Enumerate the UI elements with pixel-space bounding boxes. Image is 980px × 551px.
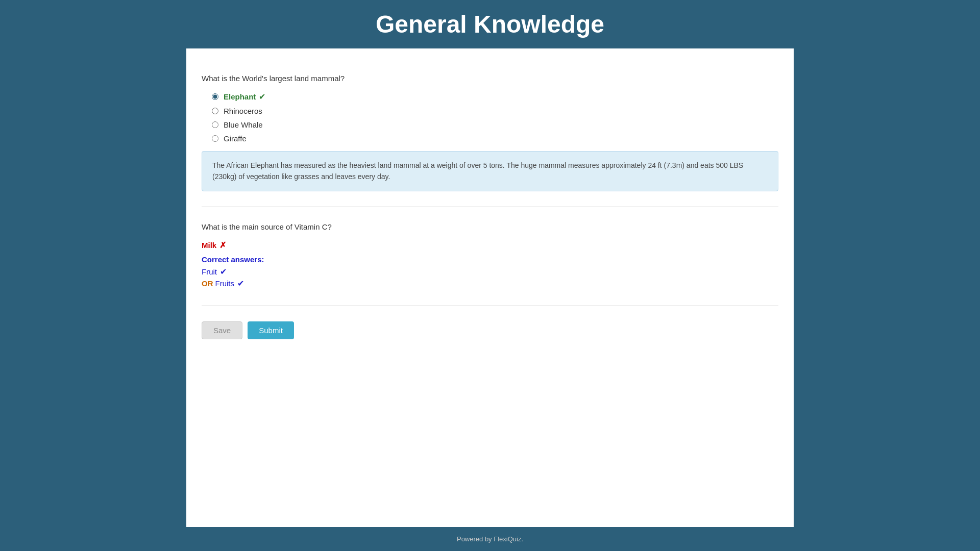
correct-answer-fruit: Fruit ✔: [202, 267, 778, 277]
question-1-explanation: The African Elephant has measured as the…: [202, 151, 778, 191]
page-footer: Powered by FlexiQuiz.: [0, 527, 980, 551]
page-title: General Knowledge: [0, 10, 980, 38]
divider-2: [202, 306, 778, 306]
label-bluewhale: Blue Whale: [224, 120, 263, 129]
option-bluewhale: Blue Whale: [212, 120, 778, 129]
radio-rhinoceros[interactable]: [212, 108, 218, 114]
question-2-text: What is the main source of Vitamin C?: [202, 222, 778, 231]
label-rhinoceros: Rhinoceros: [224, 107, 262, 115]
question-1-block: What is the World's largest land mammal?…: [202, 64, 778, 202]
option-giraffe: Giraffe: [212, 134, 778, 143]
x-icon: ✗: [219, 240, 226, 250]
radio-elephant[interactable]: [212, 93, 218, 100]
question-1-text: What is the World's largest land mammal?: [202, 74, 778, 83]
radio-giraffe[interactable]: [212, 135, 218, 142]
check-fruits: ✔: [237, 279, 244, 288]
question-2-block: What is the main source of Vitamin C? Mi…: [202, 212, 778, 300]
radio-bluewhale[interactable]: [212, 121, 218, 128]
label-giraffe: Giraffe: [224, 134, 247, 143]
page-header: General Knowledge: [0, 0, 980, 48]
submit-button[interactable]: Submit: [248, 321, 294, 339]
correct-answer-fruits: OR Fruits ✔: [202, 279, 778, 288]
or-label: OR: [202, 279, 213, 288]
user-answer-label: Milk: [202, 241, 216, 249]
action-buttons: Save Submit: [202, 311, 778, 339]
option-elephant: Elephant ✔: [212, 92, 778, 102]
correct-answer-fruits-label: Fruits: [215, 279, 235, 288]
check-elephant: ✔: [259, 92, 265, 102]
correct-answer-fruit-label: Fruit: [202, 267, 217, 276]
footer-text: Powered by FlexiQuiz.: [457, 535, 523, 543]
question-1-options: Elephant ✔ Rhinoceros Blue Whale Giraffe: [212, 92, 778, 143]
correct-answers-label: Correct answers:: [202, 255, 778, 264]
check-fruit: ✔: [220, 267, 227, 277]
divider-1: [202, 207, 778, 207]
option-rhinoceros: Rhinoceros: [212, 107, 778, 115]
label-elephant: Elephant: [224, 92, 256, 101]
user-answer-wrong: Milk ✗: [202, 240, 778, 250]
quiz-container: What is the World's largest land mammal?…: [186, 48, 794, 527]
save-button[interactable]: Save: [202, 321, 242, 339]
